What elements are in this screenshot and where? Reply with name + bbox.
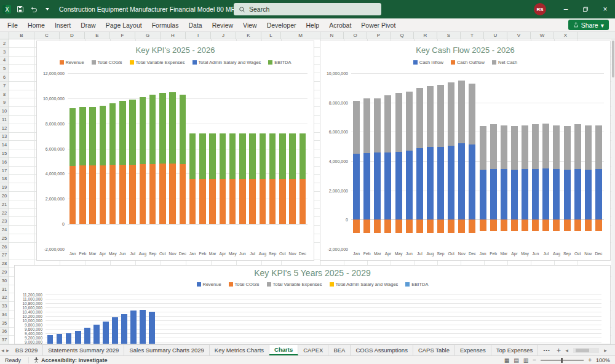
column-header-i[interactable]: I	[186, 32, 211, 39]
close-button[interactable]: ×	[595, 0, 615, 18]
ribbon-tab-help[interactable]: Help	[301, 18, 325, 31]
hscroll-track[interactable]	[573, 348, 599, 353]
page-break-view-icon[interactable]: ▥	[523, 357, 529, 363]
chart-key-cash-flow-2025-2026[interactable]: Key Cash Flow 2025 - 2026 Cash InflowCas…	[320, 41, 611, 261]
row-header-9[interactable]: 9	[0, 98, 9, 107]
row-header-30[interactable]: 30	[0, 277, 9, 285]
normal-view-icon[interactable]: ▦	[504, 357, 510, 363]
row-header-27[interactable]: 27	[0, 251, 9, 260]
column-header-x[interactable]: X	[554, 32, 577, 39]
sheet-tab-top-expenses[interactable]: Top Expenses	[491, 345, 539, 355]
ribbon-tab-power-pivot[interactable]: Power Pivot	[356, 18, 400, 31]
row-header-17[interactable]: 17	[0, 167, 9, 175]
column-header-v[interactable]: V	[507, 32, 531, 39]
ribbon-tab-formulas[interactable]: Formulas	[147, 18, 184, 31]
minimize-button[interactable]: –	[556, 0, 576, 18]
row-header-8[interactable]: 8	[0, 90, 9, 99]
row-header-14[interactable]: 14	[0, 141, 9, 149]
row-header-29[interactable]: 29	[0, 268, 9, 277]
row-header-26[interactable]: 26	[0, 243, 9, 251]
chart-key-kpis-2025-2026[interactable]: Key KPI's 2025 - 2026 RevenueTotal COGST…	[36, 41, 314, 261]
column-header-j[interactable]: J	[211, 32, 236, 39]
ribbon-tab-data[interactable]: Data	[183, 18, 207, 31]
column-header-m[interactable]: M	[281, 32, 320, 39]
ribbon-tab-view[interactable]: View	[238, 18, 262, 31]
sheet-tab-sales-summary-charts-2029[interactable]: Sales Summary Charts 2029	[124, 345, 209, 355]
more-sheets-button[interactable]: •••	[538, 345, 555, 355]
zoom-in-button[interactable]: +	[588, 357, 592, 363]
row-header-19[interactable]: 19	[0, 183, 9, 192]
sheet-tab-capex[interactable]: CAPEX	[298, 345, 328, 355]
vertical-scrollbar-thumb[interactable]	[612, 41, 614, 77]
row-header-25[interactable]: 25	[0, 234, 9, 243]
column-header-g[interactable]: G	[135, 32, 161, 39]
column-header-r[interactable]: R	[414, 32, 437, 39]
accessibility-status[interactable]: Accessibility: Investigate	[28, 357, 113, 363]
row-header-18[interactable]: 18	[0, 175, 9, 184]
restore-button[interactable]	[576, 0, 595, 18]
share-button[interactable]: Share ▾	[568, 20, 609, 30]
row-header-6[interactable]: 6	[0, 73, 9, 82]
hscroll-right-icon[interactable]: ▶	[601, 348, 610, 352]
row-header-2[interactable]: 2	[0, 39, 9, 48]
column-header-b[interactable]: B	[9, 32, 34, 39]
row-header-34[interactable]: 34	[0, 311, 9, 319]
row-header-32[interactable]: 32	[0, 293, 9, 302]
sheet-nav-right-icon[interactable]: ▶	[5, 345, 10, 355]
sheet-tab-caps-table[interactable]: CAPS Table	[413, 345, 455, 355]
select-all-corner[interactable]	[0, 32, 9, 39]
page-layout-view-icon[interactable]: ▤	[514, 357, 519, 363]
column-header-f[interactable]: F	[110, 32, 135, 39]
row-header-3[interactable]: 3	[0, 48, 9, 57]
hscroll-left-icon[interactable]: ◀	[562, 348, 571, 352]
ribbon-tab-insert[interactable]: Insert	[50, 18, 76, 31]
column-header-s[interactable]: S	[437, 32, 461, 39]
search-box[interactable]: Search	[234, 3, 381, 15]
chart-key-kpis-5-years-2025-2029[interactable]: Key KPI's 5 Years 2025 - 2029 RevenueTot…	[14, 265, 611, 344]
save-icon[interactable]	[14, 0, 27, 18]
row-header-10[interactable]: 10	[0, 107, 9, 116]
column-header-w[interactable]: W	[531, 32, 554, 39]
column-header-c[interactable]: C	[34, 32, 60, 39]
new-sheet-button[interactable]: +	[555, 345, 562, 355]
row-header-4[interactable]: 4	[0, 57, 9, 65]
row-header-33[interactable]: 33	[0, 302, 9, 311]
column-header-e[interactable]: E	[85, 32, 110, 39]
row-header-7[interactable]: 7	[0, 82, 9, 90]
sheet-tab-bs-2029[interactable]: BS 2029	[10, 345, 43, 355]
ribbon-tab-home[interactable]: Home	[23, 18, 50, 31]
column-header-t[interactable]: T	[461, 32, 484, 39]
zoom-slider-thumb[interactable]	[561, 358, 563, 363]
excel-app-icon[interactable]: X	[0, 0, 14, 18]
row-header-22[interactable]: 22	[0, 209, 9, 218]
row-header-12[interactable]: 12	[0, 124, 9, 133]
sheet-tab-statements-summary-2029[interactable]: Statements Summary 2029	[43, 345, 124, 355]
sheet-tab-bea[interactable]: BEA	[328, 345, 351, 355]
ribbon-tab-file[interactable]: File	[2, 18, 23, 31]
row-header-21[interactable]: 21	[0, 200, 9, 209]
row-header-24[interactable]: 24	[0, 226, 9, 234]
column-header-k[interactable]: K	[236, 32, 261, 39]
ribbon-tab-review[interactable]: Review	[207, 18, 238, 31]
sheet-tab-key-metrics-charts[interactable]: Key Metrics Charts	[210, 345, 269, 355]
avatar[interactable]: RS	[534, 3, 546, 15]
horizontal-scrollbar[interactable]: ◀ ▶	[562, 345, 615, 355]
row-header-36[interactable]: 36	[0, 328, 9, 336]
sheet-tab-expenses[interactable]: Expenses	[455, 345, 491, 355]
vertical-scrollbar[interactable]	[611, 39, 615, 344]
column-header-d[interactable]: D	[60, 32, 85, 39]
sheet-body[interactable]: Key KPI's 2025 - 2026 RevenueTotal COGST…	[9, 39, 615, 344]
column-header-q[interactable]: Q	[391, 32, 414, 39]
row-header-37[interactable]: 37	[0, 336, 9, 344]
row-header-11[interactable]: 11	[0, 116, 9, 124]
quick-access-caret-icon[interactable]	[41, 0, 54, 18]
undo-icon[interactable]	[27, 0, 41, 18]
sheet-tab-cogs-assumptions[interactable]: COGS Assumptions	[351, 345, 413, 355]
row-header-5[interactable]: 5	[0, 65, 9, 73]
column-header-h[interactable]: H	[161, 32, 186, 39]
row-header-35[interactable]: 35	[0, 319, 9, 328]
row-header-16[interactable]: 16	[0, 158, 9, 167]
row-header-28[interactable]: 28	[0, 259, 9, 268]
ribbon-tab-draw[interactable]: Draw	[76, 18, 101, 31]
row-header-23[interactable]: 23	[0, 217, 9, 226]
